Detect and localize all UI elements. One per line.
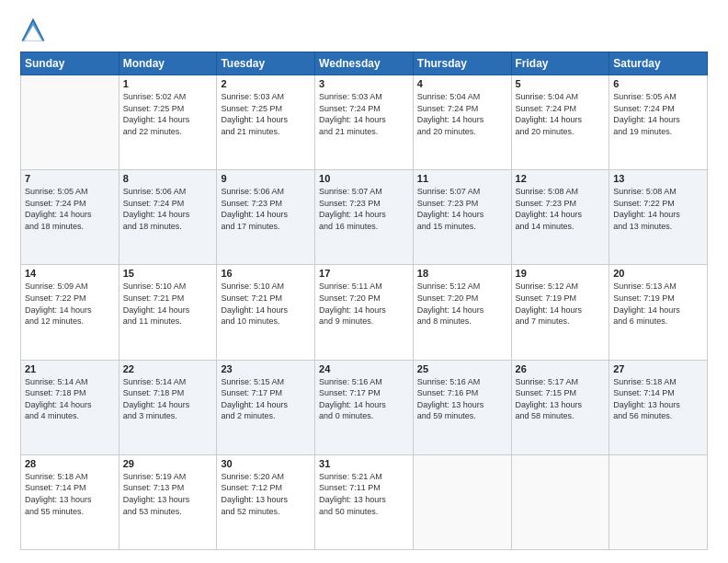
day-number: 10 xyxy=(319,173,409,184)
calendar-day-cell: 11Sunrise: 5:07 AM Sunset: 7:23 PM Dayli… xyxy=(413,170,511,265)
calendar-day-header: Saturday xyxy=(609,52,708,75)
calendar-day-cell: 4Sunrise: 5:04 AM Sunset: 7:24 PM Daylig… xyxy=(413,75,511,170)
day-info: Sunrise: 5:04 AM Sunset: 7:24 PM Dayligh… xyxy=(516,91,606,137)
logo xyxy=(20,17,50,42)
calendar-day-cell: 19Sunrise: 5:12 AM Sunset: 7:19 PM Dayli… xyxy=(511,265,609,360)
calendar-day-cell: 3Sunrise: 5:03 AM Sunset: 7:24 PM Daylig… xyxy=(315,75,414,170)
logo-icon xyxy=(20,17,46,42)
calendar-week-row: 14Sunrise: 5:09 AM Sunset: 7:22 PM Dayli… xyxy=(21,265,708,360)
day-number: 13 xyxy=(613,173,703,184)
calendar-day-cell: 1Sunrise: 5:02 AM Sunset: 7:25 PM Daylig… xyxy=(119,75,217,170)
calendar-day-cell xyxy=(609,454,708,549)
day-number: 25 xyxy=(417,363,507,374)
day-number: 30 xyxy=(221,458,311,469)
day-info: Sunrise: 5:10 AM Sunset: 7:21 PM Dayligh… xyxy=(123,281,213,327)
calendar-day-cell: 8Sunrise: 5:06 AM Sunset: 7:24 PM Daylig… xyxy=(119,170,217,265)
calendar-week-row: 21Sunrise: 5:14 AM Sunset: 7:18 PM Dayli… xyxy=(21,360,708,454)
day-info: Sunrise: 5:03 AM Sunset: 7:24 PM Dayligh… xyxy=(319,91,409,137)
day-number: 20 xyxy=(613,268,703,279)
calendar-day-header: Wednesday xyxy=(315,52,414,75)
day-info: Sunrise: 5:03 AM Sunset: 7:25 PM Dayligh… xyxy=(221,91,311,137)
calendar-day-cell: 12Sunrise: 5:08 AM Sunset: 7:23 PM Dayli… xyxy=(511,170,609,265)
day-info: Sunrise: 5:17 AM Sunset: 7:15 PM Dayligh… xyxy=(516,376,606,422)
calendar-day-cell: 27Sunrise: 5:18 AM Sunset: 7:14 PM Dayli… xyxy=(609,360,708,454)
day-number: 28 xyxy=(25,458,115,469)
day-info: Sunrise: 5:16 AM Sunset: 7:17 PM Dayligh… xyxy=(319,376,409,422)
day-number: 21 xyxy=(25,363,115,374)
day-info: Sunrise: 5:04 AM Sunset: 7:24 PM Dayligh… xyxy=(417,91,507,137)
day-number: 8 xyxy=(123,173,213,184)
day-number: 5 xyxy=(516,78,606,89)
calendar-week-row: 1Sunrise: 5:02 AM Sunset: 7:25 PM Daylig… xyxy=(21,75,708,170)
day-info: Sunrise: 5:07 AM Sunset: 7:23 PM Dayligh… xyxy=(319,186,409,232)
day-number: 2 xyxy=(221,78,311,89)
calendar-day-cell: 26Sunrise: 5:17 AM Sunset: 7:15 PM Dayli… xyxy=(511,360,609,454)
calendar-day-cell: 20Sunrise: 5:13 AM Sunset: 7:19 PM Dayli… xyxy=(609,265,708,360)
day-info: Sunrise: 5:10 AM Sunset: 7:21 PM Dayligh… xyxy=(221,281,311,327)
calendar-header-row: SundayMondayTuesdayWednesdayThursdayFrid… xyxy=(21,52,708,75)
calendar-day-cell: 23Sunrise: 5:15 AM Sunset: 7:17 PM Dayli… xyxy=(217,360,315,454)
day-info: Sunrise: 5:02 AM Sunset: 7:25 PM Dayligh… xyxy=(123,91,213,137)
day-number: 23 xyxy=(221,363,311,374)
day-number: 18 xyxy=(417,268,507,279)
calendar-day-cell: 29Sunrise: 5:19 AM Sunset: 7:13 PM Dayli… xyxy=(119,454,217,549)
day-number: 16 xyxy=(221,268,311,279)
day-info: Sunrise: 5:05 AM Sunset: 7:24 PM Dayligh… xyxy=(25,186,115,232)
day-info: Sunrise: 5:09 AM Sunset: 7:22 PM Dayligh… xyxy=(25,281,115,327)
day-number: 15 xyxy=(123,268,213,279)
day-info: Sunrise: 5:14 AM Sunset: 7:18 PM Dayligh… xyxy=(25,376,115,422)
page: SundayMondayTuesdayWednesdayThursdayFrid… xyxy=(0,0,728,563)
calendar-day-cell: 18Sunrise: 5:12 AM Sunset: 7:20 PM Dayli… xyxy=(413,265,511,360)
calendar-week-row: 28Sunrise: 5:18 AM Sunset: 7:14 PM Dayli… xyxy=(21,454,708,549)
day-info: Sunrise: 5:21 AM Sunset: 7:11 PM Dayligh… xyxy=(319,471,409,517)
calendar-day-cell: 31Sunrise: 5:21 AM Sunset: 7:11 PM Dayli… xyxy=(315,454,414,549)
day-info: Sunrise: 5:19 AM Sunset: 7:13 PM Dayligh… xyxy=(123,471,213,517)
day-number: 17 xyxy=(319,268,409,279)
day-number: 19 xyxy=(516,268,606,279)
calendar-day-cell: 9Sunrise: 5:06 AM Sunset: 7:23 PM Daylig… xyxy=(217,170,315,265)
day-number: 27 xyxy=(613,363,703,374)
day-info: Sunrise: 5:16 AM Sunset: 7:16 PM Dayligh… xyxy=(417,376,507,422)
calendar-day-cell: 30Sunrise: 5:20 AM Sunset: 7:12 PM Dayli… xyxy=(217,454,315,549)
day-number: 14 xyxy=(25,268,115,279)
calendar-day-cell xyxy=(511,454,609,549)
calendar-day-cell: 17Sunrise: 5:11 AM Sunset: 7:20 PM Dayli… xyxy=(315,265,414,360)
calendar-day-cell: 14Sunrise: 5:09 AM Sunset: 7:22 PM Dayli… xyxy=(21,265,119,360)
calendar-day-cell: 2Sunrise: 5:03 AM Sunset: 7:25 PM Daylig… xyxy=(217,75,315,170)
day-info: Sunrise: 5:12 AM Sunset: 7:20 PM Dayligh… xyxy=(417,281,507,327)
day-number: 26 xyxy=(516,363,606,374)
calendar-day-cell: 28Sunrise: 5:18 AM Sunset: 7:14 PM Dayli… xyxy=(21,454,119,549)
day-info: Sunrise: 5:18 AM Sunset: 7:14 PM Dayligh… xyxy=(613,376,703,422)
day-number: 24 xyxy=(319,363,409,374)
calendar-day-header: Friday xyxy=(511,52,609,75)
day-info: Sunrise: 5:18 AM Sunset: 7:14 PM Dayligh… xyxy=(25,471,115,517)
day-number: 6 xyxy=(613,78,703,89)
day-info: Sunrise: 5:13 AM Sunset: 7:19 PM Dayligh… xyxy=(613,281,703,327)
day-number: 29 xyxy=(123,458,213,469)
calendar-day-header: Thursday xyxy=(413,52,511,75)
day-info: Sunrise: 5:06 AM Sunset: 7:24 PM Dayligh… xyxy=(123,186,213,232)
day-number: 9 xyxy=(221,173,311,184)
header xyxy=(20,17,708,42)
calendar-day-cell: 5Sunrise: 5:04 AM Sunset: 7:24 PM Daylig… xyxy=(511,75,609,170)
calendar-day-cell: 13Sunrise: 5:08 AM Sunset: 7:22 PM Dayli… xyxy=(609,170,708,265)
day-info: Sunrise: 5:11 AM Sunset: 7:20 PM Dayligh… xyxy=(319,281,409,327)
calendar-day-cell xyxy=(21,75,119,170)
calendar-table: SundayMondayTuesdayWednesdayThursdayFrid… xyxy=(20,52,708,550)
day-info: Sunrise: 5:20 AM Sunset: 7:12 PM Dayligh… xyxy=(221,471,311,517)
calendar-day-cell xyxy=(413,454,511,549)
calendar-day-cell: 15Sunrise: 5:10 AM Sunset: 7:21 PM Dayli… xyxy=(119,265,217,360)
day-number: 11 xyxy=(417,173,507,184)
day-number: 1 xyxy=(123,78,213,89)
calendar-day-cell: 21Sunrise: 5:14 AM Sunset: 7:18 PM Dayli… xyxy=(21,360,119,454)
day-number: 4 xyxy=(417,78,507,89)
calendar-day-cell: 7Sunrise: 5:05 AM Sunset: 7:24 PM Daylig… xyxy=(21,170,119,265)
day-info: Sunrise: 5:12 AM Sunset: 7:19 PM Dayligh… xyxy=(516,281,606,327)
day-info: Sunrise: 5:14 AM Sunset: 7:18 PM Dayligh… xyxy=(123,376,213,422)
day-info: Sunrise: 5:06 AM Sunset: 7:23 PM Dayligh… xyxy=(221,186,311,232)
day-info: Sunrise: 5:08 AM Sunset: 7:22 PM Dayligh… xyxy=(613,186,703,232)
day-info: Sunrise: 5:05 AM Sunset: 7:24 PM Dayligh… xyxy=(613,91,703,137)
day-number: 12 xyxy=(516,173,606,184)
calendar-day-cell: 10Sunrise: 5:07 AM Sunset: 7:23 PM Dayli… xyxy=(315,170,414,265)
day-info: Sunrise: 5:15 AM Sunset: 7:17 PM Dayligh… xyxy=(221,376,311,422)
